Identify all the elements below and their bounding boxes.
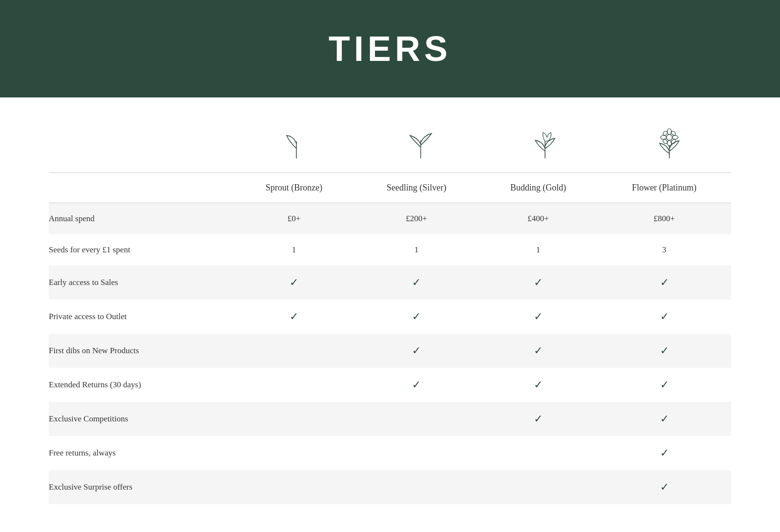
table-row: Exclusive Surprise offers✓ xyxy=(49,470,731,504)
checkmark-icon: ✓ xyxy=(412,379,421,391)
page-title: TIERS xyxy=(329,29,451,69)
tier-cell: ✓ xyxy=(354,266,479,300)
tier-cell: ✓ xyxy=(234,266,354,300)
svg-point-8 xyxy=(672,135,678,139)
tier-cell xyxy=(234,436,354,470)
budding-header: Budding (Gold) xyxy=(479,173,597,203)
page-header: TIERS xyxy=(0,0,780,97)
checkmark-icon: ✓ xyxy=(660,379,669,391)
feature-label: Seeds for every £1 spent xyxy=(49,234,234,266)
checkmark-icon: ✓ xyxy=(534,310,543,323)
tier-cell xyxy=(479,436,597,470)
tier-cell: ✓ xyxy=(354,300,479,334)
seedling-icon xyxy=(401,127,440,168)
table-row: Early access to Sales✓✓✓✓ xyxy=(49,266,731,300)
checkmark-icon: ✓ xyxy=(660,481,669,493)
tier-cell: £200+ xyxy=(354,203,479,235)
sprout-icon xyxy=(277,127,316,168)
feature-col-spacer xyxy=(49,127,234,168)
feature-label: Private access to Outlet xyxy=(49,300,234,334)
tier-cell: 1 xyxy=(234,234,354,266)
table-header-row: Sprout (Bronze) Seedling (Silver) Buddin… xyxy=(49,173,731,203)
sprout-icon-col xyxy=(234,127,358,168)
tier-cell: ✓ xyxy=(479,300,597,334)
tier-icons-row xyxy=(49,127,731,168)
checkmark-icon: ✓ xyxy=(412,276,421,288)
tier-cell xyxy=(234,334,354,368)
feature-header xyxy=(49,173,234,203)
tier-cell: £400+ xyxy=(479,203,597,235)
tier-cell: ✓ xyxy=(354,334,479,368)
tier-cell xyxy=(234,368,354,402)
tiers-table: Sprout (Bronze) Seedling (Silver) Buddin… xyxy=(49,172,731,504)
checkmark-icon: ✓ xyxy=(534,379,543,391)
main-content: Sprout (Bronze) Seedling (Silver) Buddin… xyxy=(0,97,780,532)
tier-cell xyxy=(354,470,479,504)
table-row: Exclusive Competitions✓✓ xyxy=(49,402,731,436)
checkmark-icon: ✓ xyxy=(660,310,669,323)
svg-point-5 xyxy=(667,129,671,134)
flower-icon-col xyxy=(607,127,731,168)
tier-cell: ✓ xyxy=(354,368,479,402)
tier-cell: £800+ xyxy=(597,203,731,235)
tier-cell: ✓ xyxy=(597,436,731,470)
checkmark-icon: ✓ xyxy=(660,276,669,288)
checkmark-icon: ✓ xyxy=(660,413,669,425)
feature-label: Annual spend xyxy=(49,203,234,235)
tier-cell xyxy=(234,470,354,504)
table-row: Seeds for every £1 spent1113 xyxy=(49,234,731,266)
feature-label: Extended Returns (30 days) xyxy=(49,368,234,402)
checkmark-icon: ✓ xyxy=(534,344,543,357)
tier-cell: 3 xyxy=(597,234,731,266)
seedling-icon-col xyxy=(358,127,483,168)
tier-cell: ✓ xyxy=(597,368,731,402)
seedling-header: Seedling (Silver) xyxy=(354,173,479,203)
feature-label: Exclusive Surprise offers xyxy=(49,470,234,504)
feature-label: Free returns, always xyxy=(49,436,234,470)
feature-label: First dibs on New Products xyxy=(49,334,234,368)
tier-cell: ✓ xyxy=(597,266,731,300)
tier-cell xyxy=(354,436,479,470)
tier-cell xyxy=(354,402,479,436)
tier-cell: ✓ xyxy=(479,334,597,368)
budding-icon xyxy=(526,127,565,168)
tier-cell: ✓ xyxy=(597,402,731,436)
tier-cell: ✓ xyxy=(479,266,597,300)
checkmark-icon: ✓ xyxy=(660,344,669,357)
tier-cell: ✓ xyxy=(597,470,731,504)
checkmark-icon: ✓ xyxy=(534,276,543,288)
checkmark-icon: ✓ xyxy=(412,344,421,357)
flower-header: Flower (Platinum) xyxy=(597,173,731,203)
feature-label: Early access to Sales xyxy=(49,266,234,300)
checkmark-icon: ✓ xyxy=(660,447,669,459)
table-row: Private access to Outlet✓✓✓✓ xyxy=(49,300,731,334)
flower-icon xyxy=(650,127,689,168)
checkmark-icon: ✓ xyxy=(412,310,421,323)
table-row: Free returns, always✓ xyxy=(49,436,731,470)
svg-point-4 xyxy=(666,134,672,140)
feature-label: Exclusive Competitions xyxy=(49,402,234,436)
tier-cell: ✓ xyxy=(597,300,731,334)
tier-cell: ✓ xyxy=(479,402,597,436)
tier-cell: £0+ xyxy=(234,203,354,235)
tier-cell: ✓ xyxy=(479,368,597,402)
sprout-header: Sprout (Bronze) xyxy=(234,173,354,203)
table-row: Extended Returns (30 days)✓✓✓ xyxy=(49,368,731,402)
budding-icon-col xyxy=(483,127,607,168)
tier-cell: ✓ xyxy=(234,300,354,334)
checkmark-icon: ✓ xyxy=(290,310,298,323)
tier-cell: ✓ xyxy=(597,334,731,368)
tier-cell: 1 xyxy=(354,234,479,266)
tier-cell: 1 xyxy=(479,234,597,266)
table-row: Annual spend£0+£200+£400+£800+ xyxy=(49,203,731,235)
svg-point-7 xyxy=(661,135,666,139)
checkmark-icon: ✓ xyxy=(290,276,298,288)
checkmark-icon: ✓ xyxy=(534,413,543,425)
tier-cell xyxy=(479,470,597,504)
tier-cell xyxy=(234,402,354,436)
table-row: First dibs on New Products✓✓✓ xyxy=(49,334,731,368)
